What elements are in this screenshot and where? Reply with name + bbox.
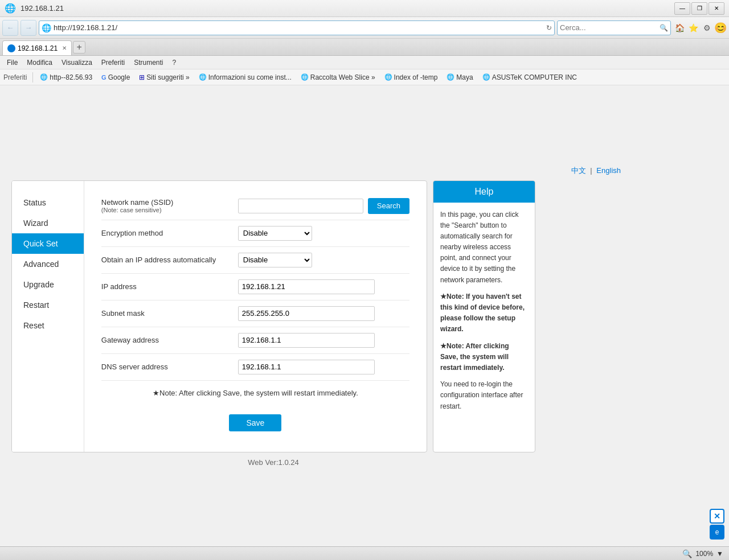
sidebar-item-restart[interactable]: Restart bbox=[12, 295, 84, 315]
browser-search-bar: 🔍 bbox=[557, 20, 671, 35]
help-para-4: You need to re-login the configuration i… bbox=[440, 379, 528, 412]
browser-search-icon[interactable]: 🔍 bbox=[660, 24, 668, 32]
help-para-3: ★Note: After clicking Save, the system w… bbox=[440, 341, 528, 374]
search-button[interactable]: Search bbox=[368, 198, 409, 214]
sidebar-item-reset[interactable]: Reset bbox=[12, 315, 84, 336]
menu-modifica[interactable]: Modifica bbox=[22, 57, 57, 68]
subnet-input[interactable] bbox=[238, 306, 375, 321]
save-button[interactable]: Save bbox=[229, 414, 281, 431]
fav-label-6: Maya bbox=[456, 73, 473, 81]
gateway-row: Gateway address bbox=[101, 327, 409, 354]
favorites-bar: Preferiti 🌐 http--82.56.93 G Google ⊞ Si… bbox=[0, 69, 729, 85]
gateway-input[interactable] bbox=[238, 333, 375, 348]
sidebar-item-upgrade[interactable]: Upgrade bbox=[12, 274, 84, 295]
fav-label-4: Raccolta Web Slice » bbox=[310, 73, 375, 81]
encryption-row: Encryption method Disable WEP WPA WPA2 bbox=[101, 220, 409, 247]
address-bar: 🌐 ↻ bbox=[39, 20, 555, 35]
tools-button[interactable]: ⚙ bbox=[701, 22, 713, 34]
zoom-dropdown-icon[interactable]: ▼ bbox=[716, 550, 723, 558]
fav-item-6[interactable]: 🌐 Maya bbox=[443, 72, 476, 83]
form-area: Network name (SSID) (Note: case sensitiv… bbox=[84, 181, 427, 452]
dns-input[interactable] bbox=[238, 360, 375, 374]
menu-file[interactable]: File bbox=[2, 57, 22, 68]
subnet-label: Subnet mask bbox=[101, 309, 238, 318]
nav-icons: 🏠 ⭐ ⚙ 😊 bbox=[673, 22, 727, 34]
menu-strumenti[interactable]: Strumenti bbox=[129, 57, 167, 68]
fav-icon-7: 🌐 bbox=[482, 73, 490, 81]
version-text: Web Ver:1.0.24 bbox=[11, 452, 535, 472]
network-name-row: Network name (SSID) (Note: case sensitiv… bbox=[101, 192, 409, 220]
help-para-3-strong: ★Note: After clicking Save, the system w… bbox=[440, 342, 509, 372]
help-panel: Help In this page, you can click the "Se… bbox=[433, 180, 535, 452]
content-area: 中文 | English Status Wizard Quick Set Adv… bbox=[0, 85, 729, 552]
ip-address-input[interactable] bbox=[238, 279, 375, 294]
fav-item-1[interactable]: G Google bbox=[98, 72, 133, 83]
float-edit-button[interactable]: e bbox=[710, 525, 724, 540]
fav-icon-2: ⊞ bbox=[139, 73, 145, 81]
float-close-button[interactable]: ✕ bbox=[710, 509, 724, 524]
sidebar-item-quickset[interactable]: Quick Set bbox=[12, 233, 84, 254]
menu-preferiti[interactable]: Preferiti bbox=[97, 57, 129, 68]
back-button[interactable]: ← bbox=[2, 20, 18, 36]
dns-row: DNS server address bbox=[101, 354, 409, 381]
fav-label-2: Siti suggeriti » bbox=[146, 73, 189, 81]
ip-auto-select[interactable]: Disable Enable bbox=[238, 253, 312, 267]
fav-item-7[interactable]: 🌐 ASUSTeK COMPUTER INC bbox=[479, 72, 580, 83]
status-bar: 🔍 100% ▼ bbox=[0, 546, 729, 560]
title-bar: 🌐 192.168.1.21 bbox=[0, 0, 729, 17]
floating-buttons: ✕ e bbox=[710, 509, 724, 540]
help-body: In this page, you can click the "Search"… bbox=[433, 203, 535, 425]
fav-icon-1: G bbox=[101, 74, 107, 81]
sidebar: Status Wizard Quick Set Advanced Upgrade… bbox=[12, 181, 84, 452]
admin-panel: Status Wizard Quick Set Advanced Upgrade… bbox=[11, 180, 535, 472]
lang-english[interactable]: English bbox=[596, 166, 621, 175]
minimize-button[interactable] bbox=[674, 2, 690, 15]
active-tab[interactable]: 192.168.1.21 ✕ bbox=[2, 40, 72, 55]
tab-close-button[interactable]: ✕ bbox=[62, 45, 67, 51]
sidebar-item-wizard[interactable]: Wizard bbox=[12, 213, 84, 233]
browser-title: 192.168.1.21 bbox=[21, 4, 64, 13]
help-header: Help bbox=[433, 181, 535, 203]
new-tab-button[interactable]: + bbox=[73, 41, 85, 53]
fav-icon-3: 🌐 bbox=[199, 73, 207, 81]
save-row: Save bbox=[101, 405, 409, 440]
fav-item-2[interactable]: ⊞ Siti suggeriti » bbox=[136, 72, 193, 83]
fav-icon-4: 🌐 bbox=[301, 73, 309, 81]
home-button[interactable]: 🏠 bbox=[673, 22, 686, 34]
menu-help[interactable]: ? bbox=[168, 57, 181, 68]
encryption-label: Encryption method bbox=[101, 229, 238, 237]
menu-visualizza[interactable]: Visualizza bbox=[57, 57, 97, 68]
ip-address-row: IP address bbox=[101, 274, 409, 300]
sidebar-item-status[interactable]: Status bbox=[12, 192, 84, 213]
ip-auto-label: Obtain an IP address automatically bbox=[101, 256, 238, 264]
ip-address-label: IP address bbox=[101, 282, 238, 291]
fav-divider-1 bbox=[32, 72, 33, 83]
fav-item-3[interactable]: 🌐 Informazioni su come inst... bbox=[195, 72, 295, 83]
address-input[interactable] bbox=[54, 23, 544, 32]
network-name-input[interactable] bbox=[238, 199, 363, 213]
fav-item-5[interactable]: 🌐 Index of -temp bbox=[381, 72, 441, 83]
nav-bar: ← → 🌐 ↻ 🔍 🏠 ⭐ ⚙ 😊 bbox=[0, 17, 729, 39]
encryption-controls: Disable WEP WPA WPA2 bbox=[238, 226, 312, 241]
favorites-button[interactable]: ⭐ bbox=[687, 22, 699, 34]
close-button[interactable] bbox=[708, 2, 724, 15]
browser-search-input[interactable] bbox=[560, 23, 660, 32]
ip-auto-controls: Disable Enable bbox=[238, 253, 312, 267]
forward-button[interactable]: → bbox=[21, 20, 36, 36]
network-name-label: Network name (SSID) (Note: case sensitiv… bbox=[101, 198, 238, 213]
fav-label-3: Informazioni su come inst... bbox=[208, 73, 292, 81]
lang-chinese[interactable]: 中文 bbox=[571, 166, 586, 175]
help-para-2-strong: ★Note: If you haven't set this kind of d… bbox=[440, 293, 525, 333]
favorites-label: Preferiti bbox=[3, 73, 27, 81]
maximize-button[interactable] bbox=[691, 2, 707, 15]
refresh-button[interactable]: ↻ bbox=[546, 24, 552, 32]
smiley-icon: 😊 bbox=[714, 22, 727, 34]
sidebar-item-advanced[interactable]: Advanced bbox=[12, 254, 84, 274]
fav-item-4[interactable]: 🌐 Raccolta Web Slice » bbox=[297, 72, 379, 83]
fav-item-0[interactable]: 🌐 http--82.56.93 bbox=[36, 72, 96, 83]
fav-label-0: http--82.56.93 bbox=[50, 73, 92, 81]
address-globe-icon: 🌐 bbox=[42, 23, 51, 32]
encryption-select[interactable]: Disable WEP WPA WPA2 bbox=[238, 226, 312, 241]
fav-label-1: Google bbox=[108, 73, 130, 81]
help-para-1: In this page, you can click the "Search"… bbox=[440, 209, 528, 286]
